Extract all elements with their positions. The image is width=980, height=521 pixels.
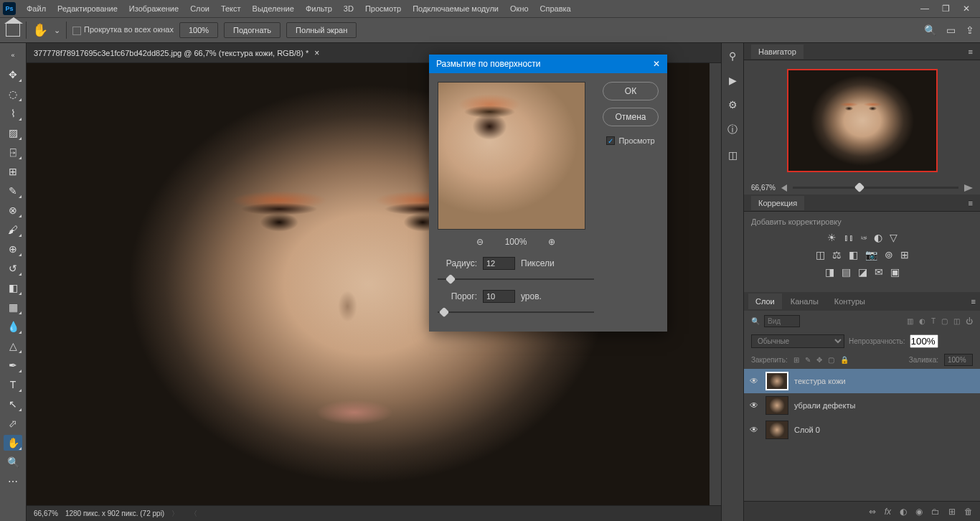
lasso-tool[interactable]: ⌇ — [4, 105, 22, 121]
photo-filter-icon[interactable]: 📷 — [865, 249, 877, 260]
exposure-icon[interactable]: ◐ — [874, 232, 882, 243]
vibrance-icon[interactable]: ▽ — [890, 232, 897, 243]
path-select-tool[interactable]: ↖ — [4, 396, 22, 412]
filter-adj-icon[interactable]: ◐ — [919, 317, 925, 325]
layer-item[interactable]: 👁 убрали дефекты — [744, 393, 980, 418]
cancel-button[interactable]: Отмена — [603, 108, 659, 126]
share-icon[interactable]: ⇪ — [966, 24, 974, 36]
type-tool[interactable]: T — [4, 377, 22, 393]
radius-input[interactable] — [483, 257, 515, 270]
ok-button[interactable]: ОК — [603, 82, 659, 100]
history-brush-tool[interactable]: ↺ — [4, 260, 22, 276]
document-tab[interactable]: 377778f78917695c3e1fc67bd42dd825.jpg @ 6… — [34, 48, 319, 58]
workspace-icon[interactable]: ▭ — [946, 24, 956, 36]
curves-icon[interactable]: ⎃ — [861, 232, 867, 243]
layer-item[interactable]: 👁 Слой 0 — [744, 418, 980, 442]
layer-mask-icon[interactable]: ◐ — [900, 507, 907, 517]
layer-name[interactable]: текстура кожи — [794, 377, 846, 385]
adjustments-icon[interactable]: ⚲ — [729, 50, 736, 62]
scroll-all-checkbox[interactable]: Прокрутка во всех окнах — [72, 25, 174, 34]
lock-artboard-icon[interactable]: ▢ — [828, 356, 834, 364]
full-screen-button[interactable]: Полный экран — [286, 22, 357, 38]
menu-select[interactable]: Выделение — [248, 2, 299, 15]
menu-image[interactable]: Изображение — [124, 2, 184, 15]
pen-tool[interactable]: ✒ — [4, 357, 22, 373]
crop-tool[interactable]: ⍈ — [4, 144, 22, 160]
direct-select-tool[interactable]: ⬀ — [4, 416, 22, 431]
marquee-tool[interactable]: ◌ — [4, 86, 22, 102]
invert-icon[interactable]: ◨ — [825, 266, 834, 278]
lock-pixels-icon[interactable]: ⊞ — [793, 356, 799, 364]
navigator-thumbnail[interactable] — [787, 69, 938, 172]
menu-type[interactable]: Текст — [216, 2, 246, 15]
layer-name[interactable]: Слой 0 — [794, 426, 820, 434]
panel-menu-icon[interactable]: ≡ — [969, 47, 973, 56]
close-tab-icon[interactable]: × — [314, 48, 319, 58]
nav-zoom-value[interactable]: 66,67% — [751, 184, 776, 192]
filter-toggle-icon[interactable]: ⏻ — [966, 317, 973, 325]
layer-name[interactable]: убрали дефекты — [794, 401, 855, 410]
layer-item[interactable]: 👁 текстура кожи — [744, 369, 980, 393]
tool-dropdown-icon[interactable]: ⌄ — [54, 26, 60, 35]
new-layer-icon[interactable]: ⊞ — [948, 507, 956, 517]
delete-layer-icon[interactable]: 🗑 — [964, 507, 973, 517]
status-zoom[interactable]: 66,67% — [34, 510, 58, 517]
color-balance-icon[interactable]: ⚖ — [832, 249, 842, 260]
settings-icon[interactable]: ⚙ — [728, 99, 738, 111]
panel-menu-icon[interactable]: ≡ — [969, 199, 973, 207]
menu-file[interactable]: Файл — [22, 2, 51, 15]
preview-zoom-in-icon[interactable]: ⊕ — [548, 237, 555, 247]
menu-view[interactable]: Просмотр — [360, 2, 406, 15]
color-lookup-icon[interactable]: ⊞ — [900, 249, 909, 260]
frame-tool[interactable]: ⊞ — [4, 164, 22, 179]
vertical-scrollbar[interactable] — [710, 63, 721, 505]
eyedropper-tool[interactable]: ✎ — [4, 183, 22, 199]
edit-toolbar-icon[interactable]: ⋯ — [4, 474, 22, 489]
hue-sat-icon[interactable]: ◫ — [816, 249, 825, 260]
visibility-icon[interactable]: 👁 — [748, 376, 760, 386]
new-group-icon[interactable]: 🗀 — [931, 507, 940, 517]
collapse-icon[interactable]: « — [4, 47, 22, 63]
panel-menu-icon[interactable]: ≡ — [971, 297, 976, 306]
status-dimensions[interactable]: 1280 пикс. x 902 пикс. (72 ppi) — [65, 510, 164, 517]
healing-tool[interactable]: ⊗ — [4, 202, 22, 218]
move-tool[interactable]: ✥ — [4, 67, 22, 83]
menu-layer[interactable]: Слои — [185, 2, 215, 15]
search-icon[interactable]: 🔍 — [924, 24, 936, 36]
brightness-icon[interactable]: ☀ — [827, 232, 837, 243]
fill-input[interactable] — [944, 354, 973, 366]
brush-tool[interactable]: 🖌 — [4, 222, 22, 238]
close-icon[interactable]: ✕ — [963, 4, 970, 14]
threshold-slider[interactable] — [438, 307, 594, 317]
link-layers-icon[interactable]: ⇔ — [869, 507, 876, 517]
eraser-tool[interactable]: ◧ — [4, 280, 22, 296]
radius-slider[interactable] — [438, 274, 594, 284]
levels-icon[interactable]: ⫾⫾ — [844, 232, 854, 243]
dodge-tool[interactable]: △ — [4, 338, 22, 354]
zoom-100-button[interactable]: 100% — [179, 22, 218, 38]
paths-tab[interactable]: Контуры — [827, 294, 872, 309]
info-icon[interactable]: ⓘ — [727, 123, 738, 136]
actions-icon[interactable]: ▶ — [729, 75, 737, 86]
restore-icon[interactable]: ❐ — [942, 4, 950, 14]
layer-thumbnail[interactable] — [765, 421, 788, 439]
properties-icon[interactable]: ◫ — [728, 149, 738, 161]
adjustments-tab[interactable]: Коррекция — [751, 196, 804, 210]
layer-thumbnail[interactable] — [765, 396, 788, 415]
filter-smart-icon[interactable]: ◫ — [953, 317, 960, 325]
zoom-tool[interactable]: 🔍 — [4, 454, 22, 470]
zoom-out-icon[interactable] — [781, 184, 787, 192]
hand-tool[interactable]: ✋ — [4, 435, 22, 451]
status-chevron-icon[interactable]: 〉 — [171, 509, 179, 519]
menu-3d[interactable]: 3D — [339, 2, 359, 15]
preview-checkbox[interactable]: ✓ Просмотр — [606, 136, 654, 145]
gradient-tool[interactable]: ▦ — [4, 299, 22, 315]
quick-select-tool[interactable]: ▨ — [4, 125, 22, 141]
lock-all-icon[interactable]: 🔒 — [840, 356, 849, 364]
dialog-titlebar[interactable]: Размытие по поверхности ✕ — [429, 55, 667, 73]
channels-tab[interactable]: Каналы — [783, 294, 826, 309]
posterize-icon[interactable]: ▤ — [842, 266, 851, 278]
dialog-preview[interactable] — [438, 82, 585, 230]
layer-style-icon[interactable]: fx — [885, 507, 891, 517]
stamp-tool[interactable]: ⊕ — [4, 241, 22, 257]
